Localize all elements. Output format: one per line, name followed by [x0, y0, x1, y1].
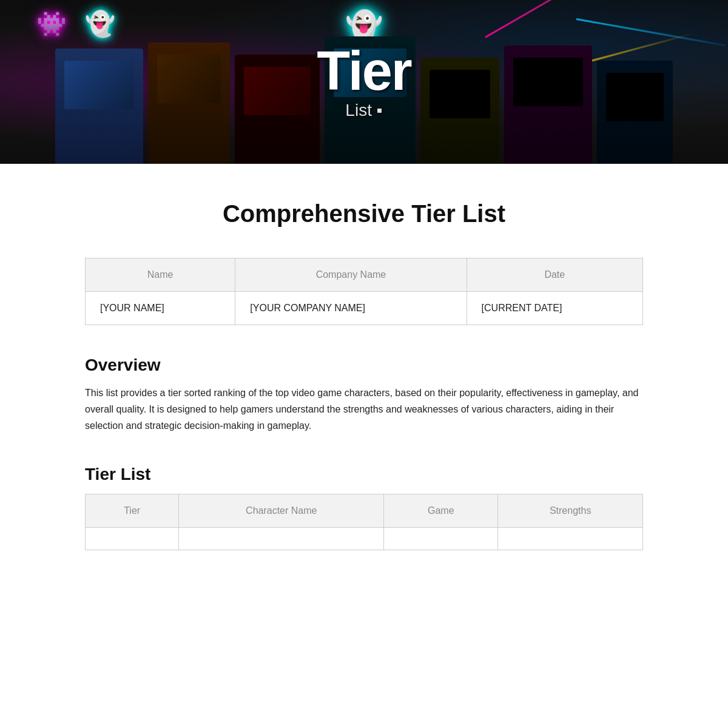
- cab-screen-6: [513, 58, 583, 106]
- info-header-date: Date: [467, 258, 642, 292]
- tier-header-strengths: Strengths: [498, 494, 643, 527]
- arcade-cabinet-2: [148, 42, 230, 164]
- cab-screen-3: [244, 67, 311, 115]
- tier-table-header-row: Tier Character Name Game Strengths: [86, 494, 643, 527]
- info-table-header-row: Name Company Name Date: [86, 258, 643, 292]
- strengths-cell: [498, 527, 643, 550]
- overview-heading: Overview: [85, 356, 643, 375]
- tier-header-tier: Tier: [86, 494, 179, 527]
- tier-list-table: Tier Character Name Game Strengths: [85, 494, 643, 550]
- arcade-cabinet-7: [597, 61, 673, 164]
- info-date-value: [CURRENT DATE]: [467, 292, 642, 325]
- arcade-cabinet-1: [55, 49, 143, 164]
- cab-screen-2: [157, 55, 221, 103]
- hero-text-block: Tier List ▪: [317, 44, 411, 120]
- tier-list-heading: Tier List: [85, 465, 643, 484]
- tier-header-game: Game: [384, 494, 498, 527]
- main-content: Comprehensive Tier List Name Company Nam…: [61, 164, 667, 587]
- cab-screen-7: [606, 73, 664, 121]
- info-table-data-row: [YOUR NAME] [YOUR COMPANY NAME] [CURRENT…: [86, 292, 643, 325]
- arcade-cabinet-6: [504, 46, 592, 164]
- overview-text: This list provides a tier sorted ranking…: [85, 385, 643, 434]
- table-row: [86, 527, 643, 550]
- character-cell: [179, 527, 384, 550]
- info-header-company: Company Name: [235, 258, 467, 292]
- tier-cell: [86, 527, 179, 550]
- arcade-cabinet-3: [235, 55, 320, 164]
- hero-title: Tier: [317, 44, 411, 98]
- hero-subtitle: List ▪: [317, 101, 411, 120]
- info-table: Name Company Name Date [YOUR NAME] [YOUR…: [85, 258, 643, 325]
- info-name-value: [YOUR NAME]: [86, 292, 235, 325]
- tier-header-character: Character Name: [179, 494, 384, 527]
- cab-screen-5: [430, 70, 490, 118]
- arcade-cabinet-5: [420, 58, 499, 164]
- page-title: Comprehensive Tier List: [85, 200, 643, 228]
- game-cell: [384, 527, 498, 550]
- info-header-name: Name: [86, 258, 235, 292]
- cab-screen-1: [64, 61, 134, 109]
- info-company-value: [YOUR COMPANY NAME]: [235, 292, 467, 325]
- hero-banner: 👾 👻 👻 Tier List ▪: [0, 0, 728, 164]
